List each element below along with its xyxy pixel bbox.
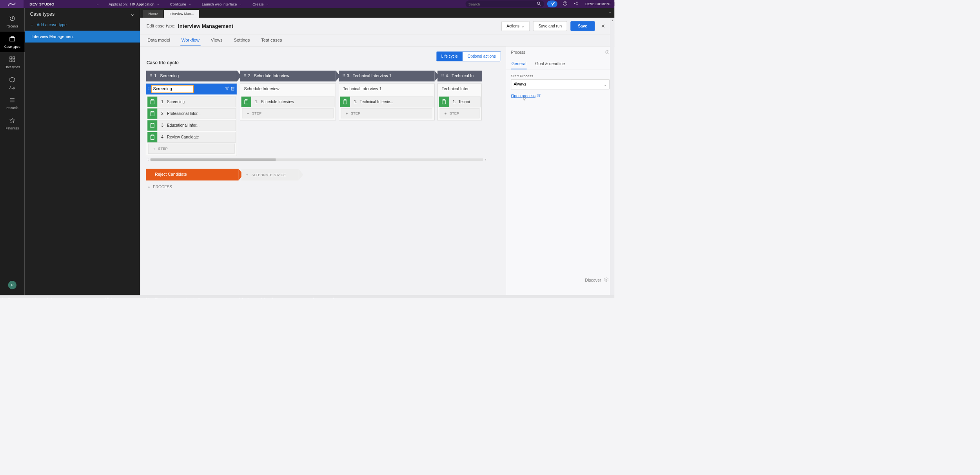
- stage-header[interactable]: ⠿4.Technical In: [437, 71, 482, 82]
- left-panel-header[interactable]: Case types ⌄: [25, 8, 140, 20]
- svg-line-10: [12, 18, 13, 19]
- grip-icon[interactable]: ⠿: [342, 73, 345, 78]
- star-icon: [9, 117, 15, 125]
- tab-interview-management[interactable]: Interview Man...: [164, 10, 199, 18]
- horizontal-scrollbar[interactable]: ‹ ›: [146, 157, 488, 162]
- case-icon: [9, 36, 15, 44]
- toggle-lifecycle[interactable]: Life cycle: [436, 52, 463, 61]
- process-title[interactable]: Technical Inter: [438, 84, 482, 95]
- trash-icon[interactable]: [231, 86, 235, 92]
- rail-favorites[interactable]: Favorites: [0, 113, 25, 134]
- application-switcher[interactable]: Application: HR Application ⌄: [104, 2, 164, 6]
- rail-label: Records: [6, 106, 18, 110]
- clipboard-icon: [241, 96, 251, 107]
- scroll-left-icon[interactable]: ‹: [146, 157, 150, 162]
- step-item[interactable]: 1.Technical Intervie...: [340, 96, 433, 107]
- flow-icon[interactable]: [225, 86, 229, 92]
- process-title[interactable]: Technical Interview 1: [339, 84, 434, 95]
- chevron-down-icon[interactable]: ⌄: [96, 2, 104, 6]
- vertical-scrollbar[interactable]: ▲: [610, 18, 614, 295]
- chevron-down-icon: ⌄: [239, 2, 241, 6]
- subtab-data-model[interactable]: Data model: [147, 35, 171, 46]
- rail-data-types[interactable]: Data types: [0, 52, 25, 73]
- rail-records[interactable]: Records: [0, 93, 25, 113]
- help-icon[interactable]: ?: [605, 50, 610, 55]
- step-item[interactable]: 1.Techni: [439, 96, 481, 107]
- process-name-input[interactable]: [151, 85, 194, 93]
- step-item[interactable]: 4.Review Candidate: [147, 132, 236, 143]
- menu-launch[interactable]: Launch web interface⌄: [197, 2, 246, 6]
- add-step-button[interactable]: ＋STEP: [148, 144, 235, 154]
- add-alternate-stage[interactable]: ＋ALTERNATE STAGE: [241, 169, 298, 180]
- chevron-down-icon[interactable]: ⌄: [130, 11, 134, 17]
- add-process-button[interactable]: ＋PROCESS: [146, 184, 506, 189]
- stage-name: Technical In: [452, 73, 474, 78]
- pega-logo-icon[interactable]: [0, 0, 24, 8]
- actions-button[interactable]: Actions ⌄: [501, 21, 530, 31]
- share-icon[interactable]: [571, 1, 581, 7]
- start-process-select[interactable]: Always ⌄: [511, 80, 610, 89]
- inspector-tab-general[interactable]: General: [511, 59, 527, 69]
- scroll-thumb[interactable]: [151, 158, 276, 161]
- subtab-settings[interactable]: Settings: [233, 35, 251, 46]
- rail-label: Favorites: [6, 127, 19, 130]
- step-item[interactable]: 3.Educational Infor...: [147, 120, 236, 131]
- stage-header[interactable]: ⠿2.Schedule Interview: [240, 71, 336, 82]
- step-item[interactable]: 2.Professional Infor...: [147, 108, 236, 119]
- menu-create[interactable]: Create⌄: [248, 2, 273, 6]
- inspector-tab-goal-deadline[interactable]: Goal & deadline: [535, 59, 565, 69]
- stage-header[interactable]: ⠿ 1. Screening: [146, 71, 237, 82]
- case-type-item[interactable]: Interview Management: [25, 31, 140, 42]
- reject-stage[interactable]: Reject Candidate: [146, 169, 238, 180]
- header-title: Interview Management: [178, 23, 233, 29]
- step-item[interactable]: 1.Schedule Interview: [241, 96, 334, 107]
- top-right: ? DEVELOPMENT: [465, 0, 614, 8]
- step-label: Schedule Interview: [261, 100, 294, 104]
- step-number: 1.: [157, 100, 167, 104]
- case-subtabs: Data model Workflow Views Settings Test …: [140, 35, 614, 46]
- toggle-optional-actions[interactable]: Optional actions: [463, 52, 501, 61]
- step-number: 2.: [157, 111, 167, 116]
- grip-icon[interactable]: ⠿: [441, 73, 443, 78]
- stage-header[interactable]: ⠿3.Technical Interview 1: [339, 71, 435, 82]
- help-icon[interactable]: ?: [560, 1, 570, 7]
- external-link-icon: [537, 94, 541, 98]
- chevron-down-icon: ⌄: [604, 82, 607, 87]
- process-box: Schedule Interview 1.Schedule Interview …: [240, 84, 336, 121]
- subtab-test-cases[interactable]: Test cases: [260, 35, 283, 46]
- grip-icon[interactable]: ⠿: [243, 73, 246, 78]
- close-button[interactable]: ✕: [598, 21, 608, 31]
- add-step-button[interactable]: ＋STEP: [341, 108, 432, 118]
- step-item[interactable]: 1.Screening: [147, 96, 236, 107]
- scroll-up-icon[interactable]: ▲: [610, 18, 615, 23]
- rail-app[interactable]: App: [0, 73, 25, 93]
- inspector-panel: Process ? General Goal & deadline Start …: [506, 47, 614, 295]
- subtab-workflow[interactable]: Workflow: [180, 35, 200, 46]
- global-search[interactable]: [465, 0, 544, 7]
- add-step-button[interactable]: ＋STEP: [440, 108, 480, 118]
- save-button[interactable]: Save: [570, 21, 595, 31]
- grip-icon[interactable]: ⠿: [148, 87, 150, 91]
- rail-case-types[interactable]: Case types: [0, 32, 25, 52]
- toggle-pill[interactable]: [547, 0, 557, 7]
- add-case-type-link[interactable]: ＋ Add a case type: [25, 20, 140, 31]
- svg-point-0: [537, 2, 539, 4]
- subtab-views[interactable]: Views: [210, 35, 223, 46]
- discover-button[interactable]: Discover: [585, 277, 609, 284]
- save-and-run-button[interactable]: Save and run: [533, 21, 567, 31]
- step-number: 1.: [449, 100, 459, 104]
- add-step-button[interactable]: ＋STEP: [242, 108, 334, 118]
- tabs-dropdown-icon[interactable]: ⌄: [608, 10, 612, 15]
- tab-home[interactable]: Home: [143, 10, 163, 18]
- user-avatar[interactable]: R: [8, 281, 16, 289]
- scroll-right-icon[interactable]: ›: [483, 157, 488, 162]
- process-box: Technical Inter 1.Techni ＋STEP: [437, 84, 482, 121]
- search-input[interactable]: [468, 2, 537, 6]
- rail-recents[interactable]: Recents: [0, 11, 25, 32]
- process-title-selected[interactable]: ⠿: [146, 84, 237, 95]
- search-icon[interactable]: [537, 1, 541, 6]
- process-title[interactable]: Schedule Interview: [240, 84, 336, 95]
- scroll-track[interactable]: [151, 158, 483, 161]
- grip-icon[interactable]: ⠿: [149, 73, 152, 78]
- menu-configure[interactable]: Configure⌄: [166, 2, 196, 6]
